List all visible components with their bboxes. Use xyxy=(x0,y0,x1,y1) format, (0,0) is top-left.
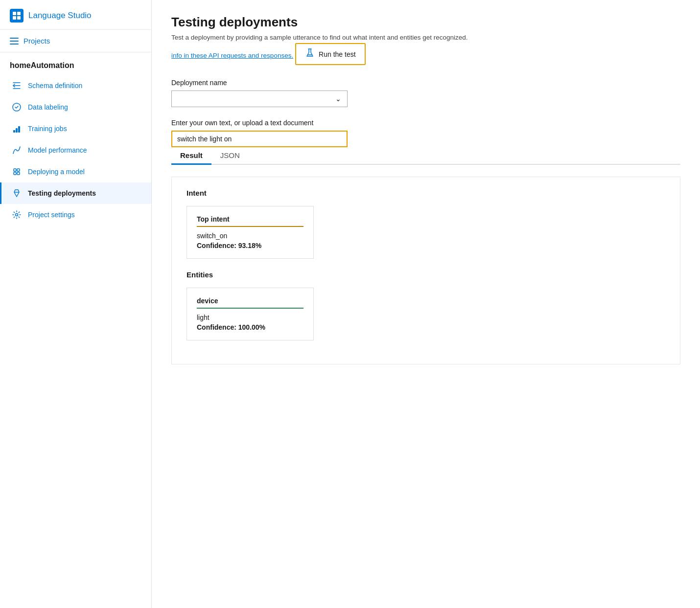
tab-json[interactable]: JSON xyxy=(211,147,249,165)
svg-rect-9 xyxy=(17,169,20,171)
svg-rect-3 xyxy=(17,16,21,20)
hamburger-icon xyxy=(10,38,19,45)
sidebar-item-performance-label: Model performance xyxy=(28,146,87,154)
page-description: Test a deployment by providing a sample … xyxy=(171,34,680,41)
intent-card-value: switch_on xyxy=(197,232,303,240)
intent-confidence-label: Confidence: xyxy=(197,242,236,249)
language-studio-icon xyxy=(10,9,23,23)
entity-card-confidence: Confidence: 100.00% xyxy=(197,323,303,331)
sidebar-item-settings-label: Project settings xyxy=(28,211,75,219)
settings-icon xyxy=(11,209,22,220)
intent-card: Top intent switch_on Confidence: 93.18% xyxy=(187,206,314,259)
sidebar-item-training-label: Training jobs xyxy=(28,125,67,133)
svg-rect-7 xyxy=(18,126,20,133)
svg-point-12 xyxy=(16,214,18,216)
svg-rect-10 xyxy=(14,172,16,175)
entity-card-title: device xyxy=(197,297,303,309)
tab-result[interactable]: Result xyxy=(171,147,211,165)
deployment-select[interactable]: ⌄ xyxy=(171,90,348,107)
projects-label: Projects xyxy=(23,37,50,45)
svg-rect-1 xyxy=(17,12,21,15)
run-test-label: Run the test xyxy=(319,50,356,58)
svg-rect-11 xyxy=(17,172,20,175)
testing-icon xyxy=(11,188,22,199)
sidebar-item-labeling[interactable]: Data labeling xyxy=(0,96,151,118)
training-icon xyxy=(11,123,22,134)
text-input-field: Enter your own text, or upload a text do… xyxy=(171,119,680,147)
entity-card: device light Confidence: 100.00% xyxy=(187,288,314,340)
svg-rect-6 xyxy=(16,128,18,133)
performance-icon xyxy=(11,145,22,156)
sidebar-logo[interactable]: Language Studio xyxy=(0,0,151,30)
sidebar: Language Studio Projects homeAutomation … xyxy=(0,0,152,608)
labeling-icon xyxy=(11,102,22,113)
deployment-field: Deployment name ⌄ xyxy=(171,79,680,107)
sidebar-item-schema-label: Schema definition xyxy=(28,82,82,90)
svg-rect-5 xyxy=(13,130,15,133)
sidebar-item-testing-label: Testing deployments xyxy=(28,189,96,197)
project-name: homeAutomation xyxy=(0,52,151,75)
beaker-icon xyxy=(305,48,315,60)
deployment-label: Deployment name xyxy=(171,79,680,87)
intent-card-confidence: Confidence: 93.18% xyxy=(197,242,303,249)
svg-rect-8 xyxy=(14,169,16,171)
intent-confidence-value: 93.18% xyxy=(238,242,261,249)
entities-heading: Entities xyxy=(187,270,665,279)
deploying-icon xyxy=(11,166,22,177)
text-input[interactable] xyxy=(177,135,342,143)
entity-card-value: light xyxy=(197,314,303,321)
schema-icon xyxy=(11,80,22,91)
entity-confidence-label: Confidence: xyxy=(197,323,236,331)
sidebar-logo-text: Language Studio xyxy=(28,11,92,21)
entity-confidence-value: 100.00% xyxy=(238,323,265,331)
api-info-link[interactable]: info in these API requests and responses… xyxy=(171,52,293,59)
projects-link[interactable]: Projects xyxy=(0,30,151,52)
sidebar-item-labeling-label: Data labeling xyxy=(28,103,68,111)
text-input-wrapper xyxy=(171,131,348,147)
svg-rect-2 xyxy=(13,16,16,20)
sidebar-item-settings[interactable]: Project settings xyxy=(0,204,151,225)
sidebar-item-performance[interactable]: Model performance xyxy=(0,139,151,161)
run-test-button[interactable]: Run the test xyxy=(295,43,366,65)
text-input-label: Enter your own text, or upload a text do… xyxy=(171,119,680,127)
svg-rect-0 xyxy=(13,12,16,15)
sidebar-item-schema[interactable]: Schema definition xyxy=(0,75,151,96)
result-tabs: Result JSON xyxy=(171,147,680,165)
main-content: Testing deployments Test a deployment by… xyxy=(152,0,700,608)
sidebar-item-deploying-label: Deploying a model xyxy=(28,168,85,176)
intent-card-title: Top intent xyxy=(197,215,303,227)
sidebar-item-training[interactable]: Training jobs xyxy=(0,118,151,139)
sidebar-item-testing[interactable]: Testing deployments xyxy=(0,182,151,204)
chevron-down-icon: ⌄ xyxy=(335,95,341,103)
results-panel: Intent Top intent switch_on Confidence: … xyxy=(171,177,680,364)
page-title: Testing deployments xyxy=(171,15,680,30)
sidebar-item-deploying[interactable]: Deploying a model xyxy=(0,161,151,182)
intent-heading: Intent xyxy=(187,189,665,197)
